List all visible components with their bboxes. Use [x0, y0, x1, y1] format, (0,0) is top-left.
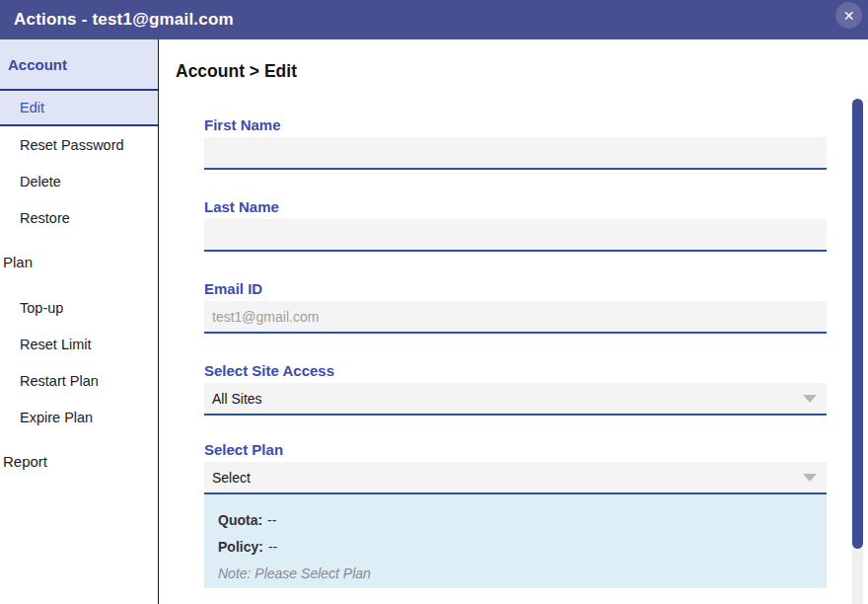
- last-name-field: Last Name: [204, 198, 827, 252]
- sidebar-item-label: Expire Plan: [20, 410, 93, 425]
- sidebar-section-account[interactable]: Account: [0, 39, 158, 91]
- sidebar-item-delete[interactable]: Delete: [0, 163, 158, 199]
- sidebar: Account Edit Reset Password Delete Resto…: [0, 39, 159, 604]
- plan-field: Select Plan Select: [204, 441, 827, 494]
- sidebar-item-edit[interactable]: Edit: [0, 91, 158, 126]
- sidebar-item-label: Delete: [20, 174, 61, 189]
- plan-info-box: Quota: -- Policy: -- Note: Please Select…: [204, 494, 827, 588]
- sidebar-item-label: Edit: [20, 100, 44, 115]
- sidebar-item-reset-password[interactable]: Reset Password: [0, 126, 158, 163]
- modal-header: Actions - test1@gmail.com ✕: [0, 0, 868, 39]
- email-label: Email ID: [204, 280, 827, 297]
- chevron-down-icon: [803, 395, 817, 403]
- plan-note: Note: Please Select Plan: [218, 560, 813, 586]
- main-content: Account > Edit First Name Last Name Emai…: [159, 39, 868, 604]
- sidebar-item-reset-limit[interactable]: Reset Limit: [0, 326, 158, 362]
- sidebar-item-restart-plan[interactable]: Restart Plan: [0, 362, 158, 399]
- site-access-label: Select Site Access: [204, 362, 827, 379]
- site-access-selected-value: All Sites: [212, 391, 262, 407]
- policy-value: --: [268, 539, 277, 555]
- scrollbar-thumb[interactable]: [852, 99, 863, 549]
- first-name-input[interactable]: [204, 137, 827, 170]
- sidebar-item-label: Reset Password: [20, 137, 124, 153]
- breadcrumb: Account > Edit: [176, 61, 868, 82]
- site-access-field: Select Site Access All Sites: [204, 362, 827, 415]
- first-name-field: First Name: [204, 116, 827, 170]
- email-field: Email ID: [204, 280, 827, 334]
- sidebar-item-restore[interactable]: Restore: [0, 199, 158, 236]
- last-name-label: Last Name: [204, 198, 827, 215]
- quota-value: --: [267, 512, 276, 528]
- first-name-label: First Name: [204, 116, 827, 133]
- plan-selected-value: Select: [212, 470, 251, 486]
- close-button[interactable]: ✕: [835, 2, 862, 29]
- last-name-input[interactable]: [204, 219, 827, 252]
- quota-line: Quota: --: [218, 506, 813, 533]
- sidebar-item-label: Reset Limit: [20, 337, 92, 352]
- site-access-select[interactable]: All Sites: [204, 383, 827, 415]
- sidebar-section-plan[interactable]: Plan: [0, 244, 158, 280]
- sidebar-plan-items: Top-up Reset Limit Restart Plan Expire P…: [0, 289, 158, 435]
- sidebar-section-plan-label: Plan: [3, 254, 33, 270]
- quota-label: Quota:: [218, 512, 262, 528]
- chevron-down-icon: [803, 474, 817, 482]
- close-icon: ✕: [843, 9, 855, 23]
- sidebar-item-label: Restore: [20, 210, 70, 226]
- sidebar-item-expire-plan[interactable]: Expire Plan: [0, 399, 158, 435]
- plan-select[interactable]: Select: [204, 462, 827, 494]
- edit-account-form: First Name Last Name Email ID Select Sit…: [204, 116, 827, 588]
- policy-line: Policy: --: [218, 533, 813, 560]
- sidebar-section-report-label: Report: [3, 453, 47, 470]
- plan-label: Select Plan: [204, 441, 827, 458]
- sidebar-section-account-label: Account: [8, 56, 67, 73]
- scrollbar-track[interactable]: [852, 549, 863, 604]
- actions-modal: Actions - test1@gmail.com ✕ Account Edit…: [0, 0, 868, 604]
- sidebar-item-label: Restart Plan: [20, 373, 99, 389]
- modal-body: Account Edit Reset Password Delete Resto…: [0, 39, 868, 604]
- sidebar-item-label: Top-up: [20, 300, 63, 316]
- sidebar-item-top-up[interactable]: Top-up: [0, 289, 158, 326]
- modal-title: Actions - test1@gmail.com: [14, 10, 234, 30]
- sidebar-section-report[interactable]: Report: [0, 443, 158, 480]
- email-input[interactable]: [204, 301, 827, 334]
- policy-label: Policy:: [218, 539, 263, 555]
